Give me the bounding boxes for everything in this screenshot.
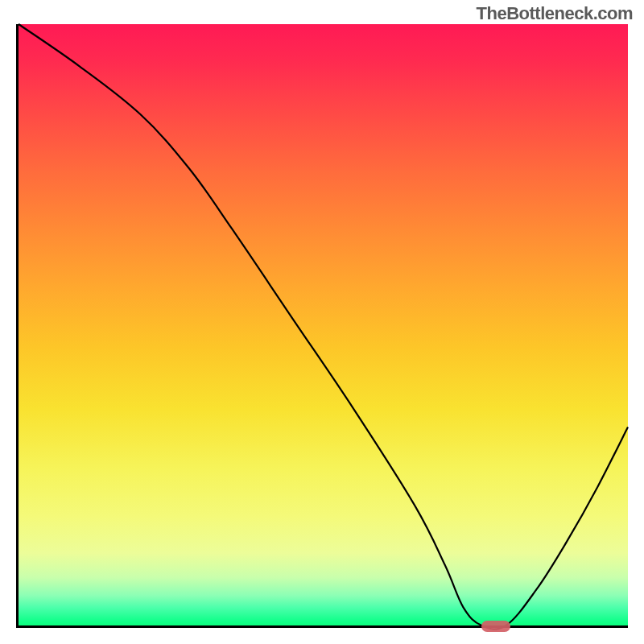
- bottleneck-curve: [19, 24, 628, 630]
- chart-svg: [19, 24, 628, 625]
- watermark-text: TheBottleneck.com: [477, 3, 633, 24]
- optimal-marker: [481, 621, 510, 632]
- plot-area: [16, 24, 628, 628]
